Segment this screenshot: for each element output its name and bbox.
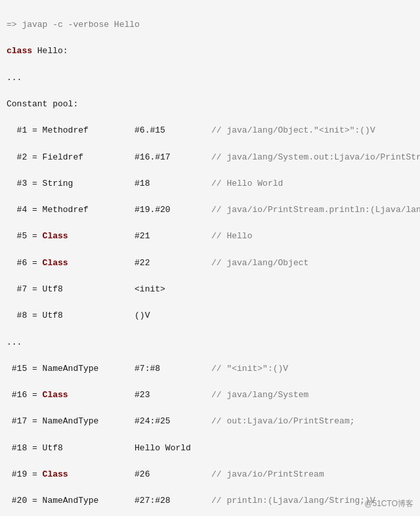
line-cp18: #18 = Utf8 Hello World bbox=[7, 442, 413, 455]
line-cmd: => javap -c -verbose Hello bbox=[7, 18, 413, 32]
line-cp3: #3 = String #18 // Hello World bbox=[7, 177, 413, 190]
line-cp6: #6 = Class #22 // java/lang/Object bbox=[7, 257, 413, 270]
line-cp7: #7 = Utf8 <init> bbox=[7, 283, 413, 296]
line-cp17: #17 = NameAndType #24:#25 // out:Ljava/i… bbox=[7, 415, 413, 428]
line-cp20: #20 = NameAndType #27:#28 // println:(Lj… bbox=[7, 494, 413, 507]
line-cp8: #8 = Utf8 ()V bbox=[7, 309, 413, 322]
line-ellipsis1: ... bbox=[7, 72, 413, 85]
line-cp19: #19 = Class #26 // java/io/PrintStream bbox=[7, 468, 413, 481]
line-cp5: #5 = Class #21 // Hello bbox=[7, 230, 413, 243]
line-ellipsis2: ... bbox=[7, 336, 413, 349]
line-cp4: #4 = Methodref #19.#20 // java/io/PrintS… bbox=[7, 204, 413, 217]
line-cp2: #2 = Fieldref #16.#17 // java/lang/Syste… bbox=[7, 151, 413, 164]
line-constant-pool-header: Constant pool: bbox=[7, 98, 413, 111]
line-class-decl: class Hello: bbox=[7, 45, 413, 58]
watermark: @51CTO博客 bbox=[364, 498, 413, 509]
line-cp15: #15 = NameAndType #7:#8 // "<init>":()V bbox=[7, 362, 413, 376]
line-cp16: #16 = Class #23 // java/lang/System bbox=[7, 389, 413, 402]
code-output: => javap -c -verbose Hello class Hello: … bbox=[0, 0, 420, 516]
line-cp1: #1 = Methodref #6.#15 // java/lang/Objec… bbox=[7, 124, 413, 137]
